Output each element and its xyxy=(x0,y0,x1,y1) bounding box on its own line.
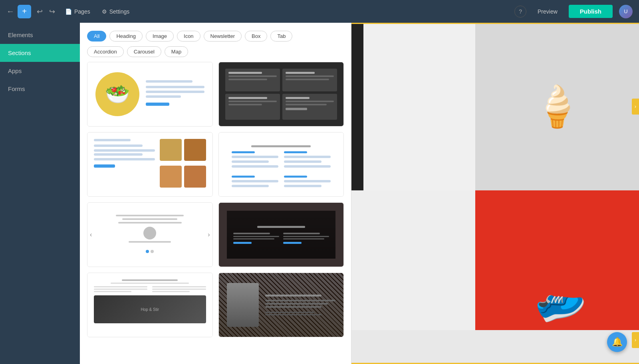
card3-preview xyxy=(87,133,212,196)
handle-arrow-icon: › xyxy=(635,104,636,109)
card8-preview xyxy=(219,273,344,337)
back-button[interactable]: ← xyxy=(6,7,14,16)
section-card-8[interactable] xyxy=(218,273,344,337)
card1-preview: 🥗 xyxy=(87,62,212,126)
preview-button[interactable]: Preview xyxy=(533,6,562,17)
canvas-bottom-left xyxy=(351,190,475,330)
carousel-left-arrow: ‹ xyxy=(90,231,92,238)
help-button[interactable]: ? xyxy=(514,6,526,18)
chef-silhouette xyxy=(227,283,259,327)
canvas-ice-cream[interactable]: 🍦 xyxy=(475,23,639,190)
right-handle-bottom[interactable]: › xyxy=(632,332,639,348)
topbar-right: ? Preview Publish U xyxy=(514,5,633,18)
dot-2 xyxy=(151,250,154,253)
pill-image[interactable]: Image xyxy=(146,31,174,42)
ice-cream-emoji: 🍦 xyxy=(532,83,582,130)
card3-left xyxy=(94,139,155,190)
filter-row-1: All Heading Image Icon Newsletter Box Ta… xyxy=(87,31,344,42)
right-handle-top[interactable]: › xyxy=(632,99,639,115)
settings-label: Settings xyxy=(109,8,130,15)
pill-all[interactable]: All xyxy=(87,31,106,42)
section-card-7[interactable]: Hop & Stir xyxy=(87,273,213,337)
sidebar-item-elements[interactable]: Elements xyxy=(0,26,80,44)
gear-icon: ⚙ xyxy=(102,8,107,15)
sidebar-item-label: Sections xyxy=(8,49,31,56)
card4-preview xyxy=(219,133,344,196)
redo-button[interactable]: ↪ xyxy=(47,6,58,18)
publish-button[interactable]: Publish xyxy=(569,5,613,18)
sidebar-item-apps[interactable]: Apps xyxy=(0,62,80,80)
avatar[interactable]: U xyxy=(619,5,633,18)
section-card-5[interactable]: ‹ › xyxy=(87,202,213,267)
add-button[interactable]: + xyxy=(18,5,31,18)
canvas-mid xyxy=(363,23,475,190)
pill-map[interactable]: Map xyxy=(165,46,188,57)
pill-box[interactable]: Box xyxy=(245,31,267,42)
section-card-3[interactable] xyxy=(87,132,213,197)
sections-panel: All Heading Image Icon Newsletter Box Ta… xyxy=(80,23,351,364)
shoes-emoji: 👟 xyxy=(524,266,590,330)
pill-tab[interactable]: Tab xyxy=(270,31,292,42)
pill-accordion[interactable]: Accordion xyxy=(87,46,124,57)
card2-preview xyxy=(219,62,344,126)
filter-row-2: Accordion Carousel Map xyxy=(87,46,344,57)
sections-grid: 🥗 xyxy=(87,62,344,337)
pages-label: Pages xyxy=(74,8,90,15)
canvas-dark-left xyxy=(351,23,363,190)
main-layout: Elements Sections Apps Forms All Heading… xyxy=(0,23,639,364)
handle-arrow-icon-2: › xyxy=(635,337,636,343)
section-card-6[interactable] xyxy=(218,202,344,267)
undo-button[interactable]: ↩ xyxy=(34,6,45,18)
store-image: Hop & Stir xyxy=(94,295,206,323)
pill-icon[interactable]: Icon xyxy=(177,31,200,42)
carousel-avatar xyxy=(143,227,156,239)
topbar-left: ← + ↩ ↪ 📄 Pages ⚙ Settings xyxy=(6,5,133,18)
topbar: ← + ↩ ↪ 📄 Pages ⚙ Settings ? Preview Pub… xyxy=(0,0,639,23)
avatar-initials: U xyxy=(624,8,627,14)
card6-preview xyxy=(219,203,344,267)
yellow-border-top xyxy=(351,23,639,24)
pill-newsletter[interactable]: Newsletter xyxy=(204,31,242,42)
preview-label: Preview xyxy=(538,8,558,15)
carousel-dots xyxy=(95,250,204,253)
section-card-2[interactable] xyxy=(218,62,344,127)
pill-heading[interactable]: Heading xyxy=(109,31,142,42)
sidebar-item-label: Forms xyxy=(8,85,25,92)
canvas-top-section: 🍦 xyxy=(351,23,639,190)
sidebar-item-forms[interactable]: Forms xyxy=(0,80,80,98)
dot-1 xyxy=(146,250,149,253)
card7-preview: Hop & Stir xyxy=(87,273,212,337)
canvas-area: 🍦 👟 › › xyxy=(351,23,639,364)
settings-button[interactable]: ⚙ Settings xyxy=(98,6,134,17)
bell-icon: 🔔 xyxy=(612,337,623,347)
notification-bell[interactable]: 🔔 xyxy=(607,332,627,352)
pages-icon: 📄 xyxy=(65,8,72,15)
sidebar: Elements Sections Apps Forms xyxy=(0,23,80,364)
canvas-bottom-section: 👟 xyxy=(351,190,639,330)
undo-redo-group: ↩ ↪ xyxy=(34,6,58,18)
section-card-4[interactable] xyxy=(218,132,344,197)
publish-label: Publish xyxy=(580,8,601,15)
card5-preview: ‹ › xyxy=(87,203,212,267)
pages-button[interactable]: 📄 Pages xyxy=(61,6,95,17)
pill-carousel[interactable]: Carousel xyxy=(127,46,161,57)
sidebar-item-label: Apps xyxy=(8,67,22,74)
card1-text xyxy=(146,80,204,108)
canvas-shoes[interactable]: 👟 xyxy=(475,190,639,330)
section-card-1[interactable]: 🥗 xyxy=(87,62,213,127)
card1-image: 🥗 xyxy=(95,72,139,116)
sidebar-item-sections[interactable]: Sections xyxy=(0,44,80,62)
help-label: ? xyxy=(519,8,522,15)
carousel-right-arrow: › xyxy=(208,231,210,238)
card3-right xyxy=(160,139,206,190)
sidebar-item-label: Elements xyxy=(8,32,33,38)
